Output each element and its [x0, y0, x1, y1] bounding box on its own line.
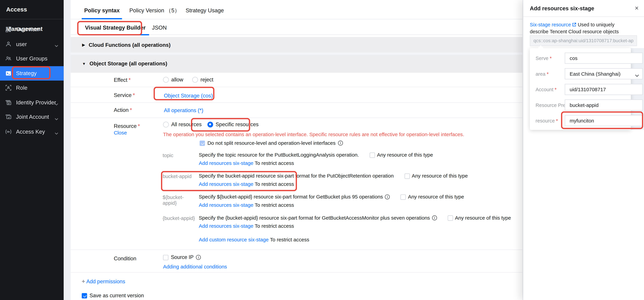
user-groups-icon — [5, 55, 12, 62]
effect-row: Effect* allow reject — [71, 73, 522, 87]
radio-selected-icon[interactable] — [208, 121, 213, 127]
effect-label: Effect* — [114, 77, 130, 83]
checkbox-checked-disabled-icon[interactable] — [200, 140, 205, 146]
resource-type-topic: topic Specify the topic resource for the… — [163, 152, 516, 166]
user-icon — [5, 41, 12, 48]
info-icon[interactable]: i — [432, 215, 437, 220]
add-custom-resource-six-stage-link[interactable]: Add custom resource six-stage — [199, 237, 269, 242]
resource-type-line2: Add resources six-stage To restrict acce… — [199, 181, 516, 187]
add-resources-six-stage-link[interactable]: Add resources six-stage — [199, 202, 253, 208]
service-label: Service* — [114, 92, 135, 98]
drawer-title: Add resources six-stage — [530, 0, 594, 17]
section-object-storage[interactable]: ▼ Object Storage (all operations) — [71, 54, 522, 73]
account-input[interactable] — [565, 84, 643, 95]
any-resource-label: Any resource of this type — [455, 215, 511, 221]
action-row: Action* All operations (*) — [71, 103, 522, 118]
resource-input[interactable] — [565, 115, 643, 126]
action-value-link[interactable]: All operations (*) — [164, 107, 203, 114]
add-resources-six-stage-link[interactable]: Add resources six-stage — [199, 223, 253, 229]
sidebar-item-overview[interactable]: Overview — [0, 22, 64, 37]
tab-visual-strategy-builder[interactable]: Visual Strategy Builder — [82, 19, 149, 35]
section-cloud-functions[interactable]: ▶ Cloud Functions (all operations) — [71, 37, 522, 53]
link-suffix: To restrict access — [255, 202, 294, 208]
resource-type-name: bucket-appid — [163, 173, 197, 179]
resource-type-line1: Specify the topic resource for the PutBu… — [199, 152, 516, 158]
add-permissions-link[interactable]: Add permissions — [86, 278, 125, 284]
resource-type-line2: Add resources six-stage To restrict acce… — [199, 160, 516, 166]
sidebar-item-role[interactable]: Role — [0, 81, 64, 95]
chevron-down-icon — [55, 130, 58, 136]
radio-icon[interactable] — [163, 121, 169, 127]
main-content: Policy syntax Policy Version （5） Strateg… — [71, 0, 522, 300]
tab-json[interactable]: JSON — [149, 19, 170, 35]
radio-specific-resources[interactable]: Specific resources — [208, 121, 258, 128]
chevron-down-icon — [55, 115, 58, 122]
required-asterisk: * — [550, 56, 552, 61]
sidebar-item-joint-account[interactable]: Joint Account — [0, 110, 64, 124]
close-icon[interactable]: × — [635, 0, 639, 16]
caret-down-icon: ▼ — [82, 62, 86, 66]
checkbox-icon[interactable] — [163, 255, 168, 260]
radio-all-resources[interactable]: All resources — [163, 121, 202, 128]
chevron-down-icon[interactable] — [635, 72, 639, 79]
overview-grid-icon — [5, 26, 12, 33]
resource-close-link[interactable]: Close — [114, 130, 127, 136]
section-title: Object Storage (all operations) — [90, 61, 167, 67]
sidebar-item-strategy[interactable]: Strategy — [0, 66, 64, 81]
checkbox-checked-icon[interactable] — [82, 293, 87, 298]
sidebar-item-access-key[interactable]: Access Key — [0, 124, 64, 139]
checkbox-icon[interactable] — [448, 215, 453, 221]
resource-type-brace-bucket-appid: {bucket-appid} Specify the {bucket-appid… — [163, 215, 516, 229]
required-asterisk: * — [133, 92, 135, 98]
resource-prefix-input[interactable] — [565, 100, 643, 111]
sidebar-item-label: Joint Account — [16, 114, 49, 120]
info-icon[interactable]: i — [338, 141, 343, 145]
condition-row: Condition Source IP i Adding additional … — [71, 250, 522, 273]
any-resource-label: Any resource of this type — [408, 194, 464, 200]
six-stage-resource-link[interactable]: Six-stage resource — [530, 22, 571, 28]
tab-policy-version[interactable]: Policy Version （5） — [127, 0, 182, 19]
tab-policy-syntax[interactable]: Policy syntax — [82, 0, 122, 19]
radio-icon[interactable] — [192, 77, 198, 82]
checkbox-icon[interactable] — [404, 173, 410, 179]
add-resources-six-stage-link[interactable]: Add resources six-stage — [199, 160, 253, 166]
resource-warning-text: The operation you selected contains an o… — [163, 132, 516, 137]
area-label: area* — [536, 71, 549, 77]
tab-strategy-usage[interactable]: Strategy Usage — [183, 0, 226, 19]
resource-type-desc: Specify the topic resource for the PutBu… — [199, 152, 359, 158]
required-asterisk: * — [546, 71, 548, 77]
serve-input[interactable] — [565, 53, 643, 64]
checkbox-icon[interactable] — [401, 194, 406, 200]
app-viewport: Access Management Overview user — [0, 0, 644, 300]
adding-additional-conditions-link[interactable]: Adding additional conditions — [163, 264, 227, 269]
sidebar-item-user-groups[interactable]: User Groups — [0, 51, 64, 66]
section-title: Cloud Functions (all operations) — [88, 42, 170, 48]
area-select[interactable] — [565, 68, 643, 79]
service-value-link[interactable]: Object Storage (cos) — [164, 93, 213, 99]
radio-icon[interactable] — [163, 77, 169, 82]
add-resources-drawer: Add resources six-stage × Six-stage reso… — [523, 0, 644, 300]
sidebar-item-user[interactable]: user — [0, 37, 64, 51]
resource-options: All resources Specific resources — [163, 121, 258, 128]
tab-bar: Policy syntax Policy Version （5） Strateg… — [71, 0, 522, 19]
info-icon[interactable]: i — [385, 194, 390, 199]
sidebar-item-label: Role — [16, 85, 28, 91]
info-icon[interactable]: i — [196, 255, 201, 260]
add-permissions-row[interactable]: + Add permissions — [82, 278, 125, 284]
resource-type-desc: Specify the bucket-appid resource six-pa… — [199, 173, 394, 179]
checkbox-icon[interactable] — [370, 152, 375, 158]
save-version-label: Save as current version — [90, 293, 144, 298]
qcs-resource-input[interactable] — [530, 35, 637, 46]
account-label: Account* — [536, 87, 556, 93]
add-resources-six-stage-link[interactable]: Add resources six-stage — [199, 181, 253, 187]
resource-label: Resource* — [114, 123, 140, 129]
split-checkbox-row: Do not split resource-level and operatio… — [200, 140, 343, 146]
split-checkbox-label: Do not split resource-level and operatio… — [208, 140, 336, 146]
resource-type-name: ${bucket-appid} — [163, 194, 197, 206]
sidebar-item-identity-provider[interactable]: Identity Provider — [0, 95, 64, 110]
resource-field-label: resource* — [536, 118, 558, 124]
radio-reject[interactable]: reject — [192, 77, 213, 83]
radio-allow[interactable]: allow — [163, 77, 183, 83]
sidebar-item-label: Overview — [16, 26, 39, 33]
save-version-row: Save as current version — [82, 293, 144, 298]
